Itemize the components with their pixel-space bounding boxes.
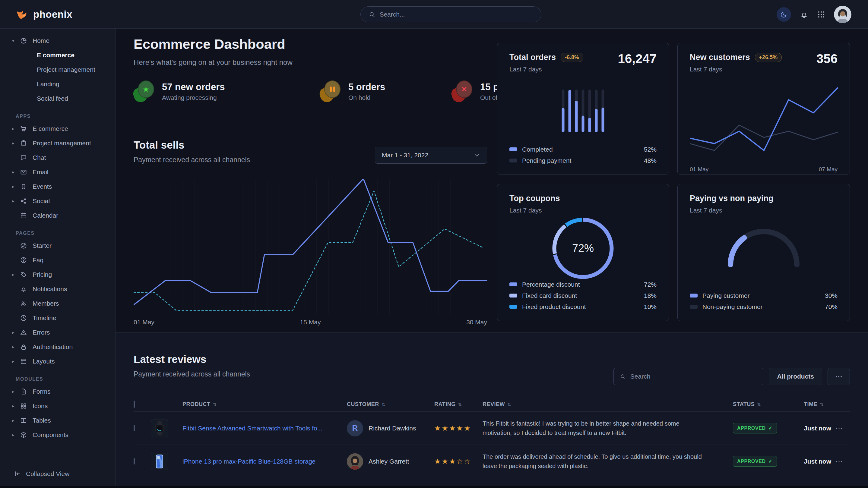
column-time[interactable]: TIME⇅ xyxy=(796,401,835,408)
global-search[interactable] xyxy=(361,6,541,22)
avatar-photo xyxy=(834,6,851,23)
sidebar-item-authentication[interactable]: ▸Authentication xyxy=(0,340,115,354)
legend-value: 30% xyxy=(825,292,838,299)
product-thumbnail[interactable] xyxy=(151,420,168,437)
sidebar-item-label: Project management xyxy=(33,139,91,147)
caret-down-icon: ▾ xyxy=(12,38,20,43)
sort-icon: ⇅ xyxy=(757,402,761,407)
card-period: Last 7 days xyxy=(509,207,657,214)
product-link[interactable]: iPhone 13 pro max-Pacific Blue-128GB sto… xyxy=(183,458,347,465)
sidebar-item-chat[interactable]: Chat xyxy=(0,151,115,165)
sidebar-item-layouts[interactable]: ▸Layouts xyxy=(0,354,115,369)
sidebar-item-timeline[interactable]: Timeline xyxy=(0,311,115,325)
rating-stars: ★★★★★ xyxy=(434,424,483,432)
product-thumbnail[interactable] xyxy=(151,453,168,470)
top-coupons-card: Top coupons Last 7 days 72% Percentage d… xyxy=(497,184,669,321)
customer-name: Richard Dawkins xyxy=(369,425,416,432)
sidebar-item-components[interactable]: ▸Components xyxy=(0,428,115,442)
sidebar-subitem-e-commerce[interactable]: E commerce xyxy=(0,48,115,62)
sidebar-subitem-landing[interactable]: Landing xyxy=(0,77,115,91)
legend-swatch xyxy=(509,305,517,308)
sidebar-item-label: Icons xyxy=(33,402,48,410)
new-customers-x-axis: 01 May 07 May xyxy=(690,166,838,173)
card-period: Last 7 days xyxy=(509,66,657,73)
sidebar-section-label: APPS xyxy=(16,113,115,119)
sort-icon: ⇅ xyxy=(458,402,462,407)
date-range-select[interactable]: Mar 1 - 31, 2022 xyxy=(375,147,487,164)
sidebar-item-label: Faq xyxy=(33,257,43,264)
status-badge: APPROVED✓ xyxy=(733,423,777,433)
new-customers-card: New customers +26.5% 356 Last 7 days 01 … xyxy=(677,43,850,175)
row-more-button[interactable]: ⋯ xyxy=(835,457,843,465)
calendar-icon xyxy=(20,212,27,219)
stat-label: On hold xyxy=(348,94,385,101)
tag-icon xyxy=(20,271,27,278)
sidebar-item-project-management[interactable]: ▸Project management xyxy=(0,136,115,151)
caret-right-icon: ▸ xyxy=(12,272,20,277)
clock-icon xyxy=(20,314,27,322)
review-time: Just now xyxy=(804,458,831,465)
sidebar-subitem-social-feed[interactable]: Social feed xyxy=(0,91,115,106)
column-review[interactable]: REVIEW⇅ xyxy=(483,401,724,408)
legend-row: Fixed product discount10% xyxy=(509,301,657,312)
column-customer[interactable]: CUSTOMER⇅ xyxy=(347,401,434,408)
search-input[interactable] xyxy=(379,11,533,18)
row-checkbox[interactable] xyxy=(134,425,135,431)
sidebar-item-notifications[interactable]: Notifications xyxy=(0,282,115,296)
sidebar-item-tables[interactable]: ▸Tables xyxy=(0,413,115,428)
reviews-search[interactable] xyxy=(614,368,763,385)
row-checkbox[interactable] xyxy=(134,458,135,464)
all-products-button[interactable]: All products xyxy=(769,368,822,385)
sidebar: ▾HomeE commerceProject managementLanding… xyxy=(0,29,116,488)
notifications-button[interactable] xyxy=(800,10,809,19)
sidebar-item-members[interactable]: Members xyxy=(0,296,115,311)
alert-icon xyxy=(20,329,27,336)
collapsed-view-toggle[interactable]: Collapsed View xyxy=(0,459,115,488)
window-edge xyxy=(0,486,868,488)
sidebar-item-email[interactable]: ▸Email xyxy=(0,165,115,180)
table-row: Fitbit Sense Advanced Smartwatch with To… xyxy=(134,412,850,445)
sidebar-item-label: Starter xyxy=(33,242,52,249)
stats-row: ★ 57 new ordersAwating processing 5 orde… xyxy=(134,80,533,102)
mail-icon xyxy=(20,168,27,176)
sidebar-item-forms[interactable]: ▸Forms xyxy=(0,384,115,399)
more-options-button[interactable]: ⋯ xyxy=(828,368,850,385)
sidebar-item-social[interactable]: ▸Social xyxy=(0,194,115,208)
sidebar-item-events[interactable]: ▸Events xyxy=(0,180,115,194)
brand-logo[interactable]: phoenix xyxy=(16,0,72,29)
stat-value: 57 new orders xyxy=(162,82,225,93)
column-product[interactable]: PRODUCT⇅ xyxy=(183,401,347,408)
sidebar-item-icons[interactable]: ▸Icons xyxy=(0,399,115,413)
sidebar-item-home[interactable]: ▾Home xyxy=(0,33,115,48)
search-icon xyxy=(620,373,626,380)
orders-bar-chart xyxy=(560,88,606,133)
customer-name: Ashley Garrett xyxy=(369,458,409,465)
theme-toggle-button[interactable] xyxy=(777,7,791,22)
sidebar-item-label: Email xyxy=(33,168,49,176)
sidebar-item-calendar[interactable]: Calendar xyxy=(0,208,115,223)
x-tick: 07 May xyxy=(819,166,838,173)
sidebar-item-errors[interactable]: ▸Errors xyxy=(0,325,115,340)
card-period: Last 7 days xyxy=(690,66,838,73)
sidebar-item-starter[interactable]: Starter xyxy=(0,238,115,253)
product-link[interactable]: Fitbit Sense Advanced Smartwatch with To… xyxy=(183,425,347,432)
sidebar-subitem-project-management[interactable]: Project management xyxy=(0,62,115,77)
apps-grid-button[interactable] xyxy=(817,10,826,19)
select-all-checkbox[interactable] xyxy=(134,400,135,408)
legend-row: Paying customer30% xyxy=(690,290,838,301)
row-more-button[interactable]: ⋯ xyxy=(835,424,843,432)
user-avatar[interactable] xyxy=(834,6,851,23)
column-status[interactable]: STATUS⇅ xyxy=(724,401,796,408)
sidebar-item-pricing[interactable]: ▸Pricing xyxy=(0,267,115,282)
sidebar-section-label: PAGES xyxy=(16,231,115,236)
legend-value: 52% xyxy=(644,146,657,153)
reviews-search-input[interactable] xyxy=(630,373,757,380)
sidebar-item-faq[interactable]: Faq xyxy=(0,253,115,267)
clipboard-icon xyxy=(20,139,27,147)
compass-icon xyxy=(20,242,27,249)
column-rating[interactable]: RATING⇅ xyxy=(434,401,483,408)
sidebar-item-e-commerce[interactable]: ▸E commerce xyxy=(0,122,115,136)
total-sells-subtitle: Payment received across all channels xyxy=(134,156,250,164)
table-header: PRODUCT⇅ CUSTOMER⇅ RATING⇅ REVIEW⇅ STATU… xyxy=(134,397,850,412)
bell-icon xyxy=(800,10,809,19)
